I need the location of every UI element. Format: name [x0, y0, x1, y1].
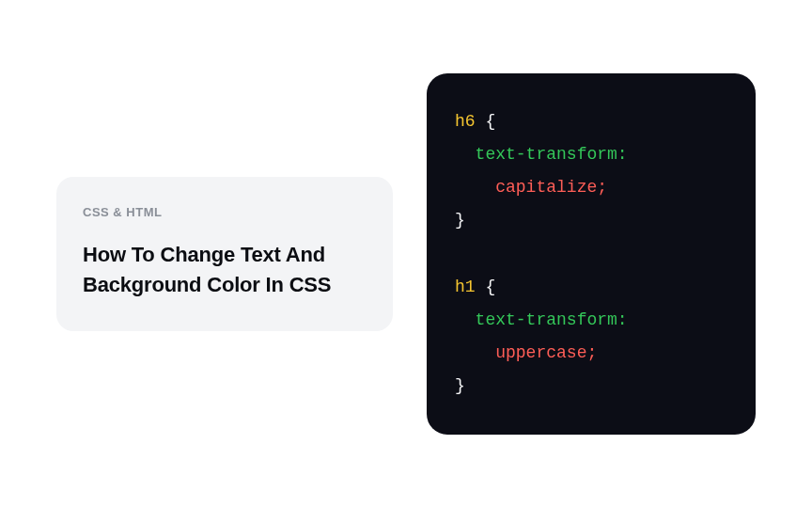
code-indent: [455, 310, 476, 329]
code-indent: [455, 343, 495, 362]
code-brace-open: {: [476, 112, 496, 131]
code-selector: h6: [455, 112, 476, 131]
code-snippet-card: h6 { text-transform: capitalize; } h1 { …: [427, 73, 756, 435]
code-line: uppercase;: [455, 337, 727, 370]
article-card[interactable]: CSS & HTML How To Change Text And Backgr…: [56, 177, 393, 332]
code-line: text-transform:: [455, 304, 727, 337]
code-indent: [455, 178, 495, 197]
code-line: text-transform:: [455, 138, 727, 171]
code-line: }: [455, 370, 727, 403]
code-property: text-transform:: [476, 310, 628, 329]
code-value: uppercase;: [495, 343, 597, 362]
code-brace-open: {: [476, 278, 496, 296]
article-title: How To Change Text And Background Color …: [83, 240, 367, 300]
code-brace-close: }: [455, 211, 465, 230]
code-brace-close: }: [455, 376, 465, 395]
code-value: capitalize;: [495, 178, 607, 197]
layout-container: CSS & HTML How To Change Text And Backgr…: [0, 0, 812, 508]
code-selector: h1: [455, 278, 476, 296]
code-line: h1 {: [455, 271, 727, 304]
code-property: text-transform:: [476, 145, 628, 164]
code-indent: [455, 145, 476, 164]
code-line: capitalize;: [455, 171, 727, 204]
article-category: CSS & HTML: [83, 205, 367, 219]
code-blank-line: [455, 237, 727, 270]
code-line: }: [455, 204, 727, 237]
code-line: h6 {: [455, 105, 727, 138]
